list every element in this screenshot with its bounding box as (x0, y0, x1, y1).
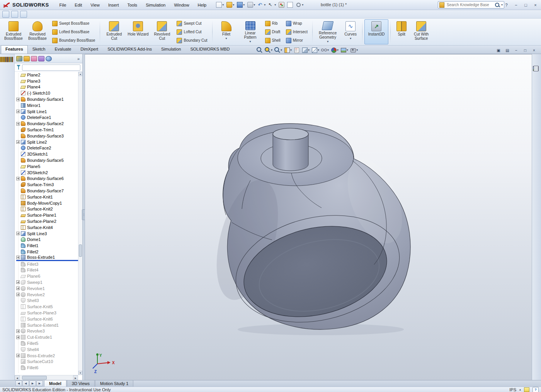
curves-button[interactable]: ∿ Curves ▾ (341, 19, 360, 44)
tree-item[interactable]: Surface-Trim1 (16, 127, 78, 133)
rib-button[interactable]: Rib (264, 19, 282, 27)
tree-item[interactable]: Surface-Plane3 (16, 310, 78, 316)
expand-toggle-icon[interactable] (16, 140, 20, 144)
menu-item[interactable]: Tools (124, 2, 141, 8)
knowledge-search[interactable]: ▾ (438, 1, 504, 8)
tree-item[interactable]: Surface-Trim3 (16, 182, 78, 188)
document-tab[interactable]: 3D Views (67, 380, 95, 387)
command-tab[interactable]: Simulation (157, 45, 185, 54)
draft-button[interactable]: Draft (264, 28, 282, 36)
caret-down-icon[interactable]: ▾ (327, 40, 328, 43)
units-selector[interactable]: IPS (509, 387, 516, 392)
help-button[interactable]: ? (502, 1, 510, 9)
menu-item[interactable]: Help (194, 2, 210, 8)
graphics-area[interactable]: X Y Z (85, 54, 532, 380)
menu-item[interactable]: Edit (71, 2, 85, 8)
boundary-boss-base-button[interactable]: Boundary Boss/Base (51, 36, 97, 44)
shell-button[interactable]: Shell (264, 36, 282, 44)
tree-item[interactable]: Boundary-Surface5 (16, 157, 78, 163)
expand-toggle-icon[interactable] (16, 256, 20, 259)
units-caret-icon[interactable]: ▴ (519, 388, 521, 391)
scrollbar-thumb[interactable] (79, 244, 82, 257)
maximize-button[interactable]: □ (522, 1, 530, 9)
split-button[interactable]: Split (393, 19, 410, 44)
tree-item[interactable]: 3DSketch1 (16, 151, 78, 157)
tree-item[interactable]: Surface-Extend1 (16, 322, 78, 328)
left-toolbar-icon[interactable] (12, 57, 13, 62)
expand-toggle-icon[interactable] (16, 122, 20, 126)
tree-item[interactable]: Fillet5 (16, 340, 78, 346)
view-tool-1-button[interactable] (2, 11, 9, 18)
bottle-model[interactable] (85, 54, 532, 380)
annotation-view-icon[interactable] (293, 47, 300, 53)
scroll-left-icon[interactable]: ◀ (15, 375, 20, 380)
open-document-button[interactable]: ▾ (226, 2, 235, 8)
print-button[interactable]: ▾ (247, 2, 256, 8)
revolved-boss-base-button[interactable]: Revolved Boss/Base (26, 19, 49, 44)
tree-item[interactable]: Surface-Plane2 (16, 218, 78, 224)
doc-maximize-button[interactable]: □ (521, 47, 529, 54)
expand-toggle-icon[interactable] (16, 110, 20, 113)
zoom-fit-icon[interactable] (256, 47, 263, 53)
menu-item[interactable]: File (56, 2, 70, 8)
tree-item[interactable]: Sweep1 (16, 279, 78, 285)
next-tab-icon[interactable]: ▶ (29, 380, 36, 386)
tree-item[interactable]: Boundary-Surface2 (16, 120, 78, 127)
tree-item[interactable]: Mirror1 (16, 102, 78, 109)
tree-item[interactable]: Boundary-Surface7 (16, 188, 78, 194)
wrap-button[interactable]: Wrap (284, 19, 309, 27)
doc-tile-button[interactable]: ▤ (504, 47, 511, 54)
expand-toggle-icon[interactable] (16, 293, 20, 296)
command-tab[interactable]: Sketch (28, 45, 50, 54)
tree-item[interactable]: Surface-Knit6 (16, 316, 78, 322)
tree-item[interactable]: Surface-Plane1 (16, 212, 78, 218)
view-tool-3-button[interactable] (20, 11, 27, 18)
tree-item[interactable]: Split Line1 (16, 109, 78, 115)
tree-item[interactable]: SurfaceCut10 (16, 358, 78, 365)
property-manager-tab-icon[interactable] (24, 56, 30, 61)
tree-item[interactable]: Revolve3 (16, 328, 78, 334)
first-tab-icon[interactable]: ◀ (15, 380, 22, 386)
display-style-icon[interactable]: ▾ (311, 47, 320, 53)
fillet-button[interactable]: Fillet ▾ (214, 19, 238, 44)
menu-item[interactable]: Insert (105, 2, 122, 8)
tree-item[interactable]: Split Line2 (16, 139, 78, 145)
scroll-down-icon[interactable]: ▼ (78, 371, 82, 375)
revolved-cut-button[interactable]: Revolved Cut (150, 19, 174, 44)
intersect-button[interactable]: Intersect (284, 28, 309, 36)
mirror-button[interactable]: Mirror (284, 36, 309, 44)
tree-item[interactable]: Plane4 (16, 84, 78, 90)
status-help-icon[interactable]: ? (532, 387, 539, 392)
expand-toggle-icon[interactable] (16, 232, 20, 235)
tree-item[interactable]: Fillet2 (16, 249, 78, 255)
tags-icon[interactable] (524, 387, 529, 392)
tree-horizontal-scrollbar[interactable]: ◀ ▶ (15, 375, 78, 380)
caret-down-icon[interactable]: ▾ (250, 40, 251, 43)
tree-item[interactable]: Fillet6 (16, 365, 78, 371)
doc-close-button[interactable]: × (530, 47, 538, 54)
file-properties-button[interactable] (286, 2, 294, 8)
tree-item[interactable]: Plane2 (16, 72, 78, 78)
caret-down-icon[interactable]: ▾ (350, 37, 351, 40)
tree-item[interactable]: DeleteFace2 (16, 145, 78, 151)
save-button[interactable]: ▾ (236, 2, 245, 8)
section-view-icon[interactable]: ▾ (283, 47, 292, 53)
prev-tab-icon[interactable]: ◀ (22, 380, 29, 386)
menu-item[interactable]: Simulation (142, 2, 169, 8)
document-tab[interactable]: Motion Study 1 (95, 380, 133, 387)
tree-item[interactable]: Boundary-Surface3 (16, 133, 78, 139)
edit-appearance-icon[interactable]: ▾ (330, 47, 339, 53)
hole-wizard-button[interactable]: Hole Wizard (126, 19, 150, 44)
view-tool-2-button[interactable] (11, 11, 18, 18)
command-tab[interactable]: SOLIDWORKS MBD (185, 45, 234, 54)
tree-item[interactable]: Surface-Knit4 (16, 224, 78, 231)
doc-cascade-button[interactable]: ▣ (495, 47, 502, 54)
swept-boss-base-button[interactable]: Swept Boss/Base (51, 19, 97, 27)
tree-item[interactable]: 3DSketch2 (16, 170, 78, 176)
boundary-cut-button[interactable]: Boundary Cut (175, 36, 209, 44)
expand-toggle-icon[interactable] (16, 336, 20, 339)
close-button[interactable]: × (531, 1, 539, 9)
tree-item[interactable]: Shell3 (16, 297, 78, 304)
tree-item[interactable]: Boss-Extrude1 (16, 255, 78, 261)
tree-item[interactable]: Fillet1 (16, 243, 78, 249)
